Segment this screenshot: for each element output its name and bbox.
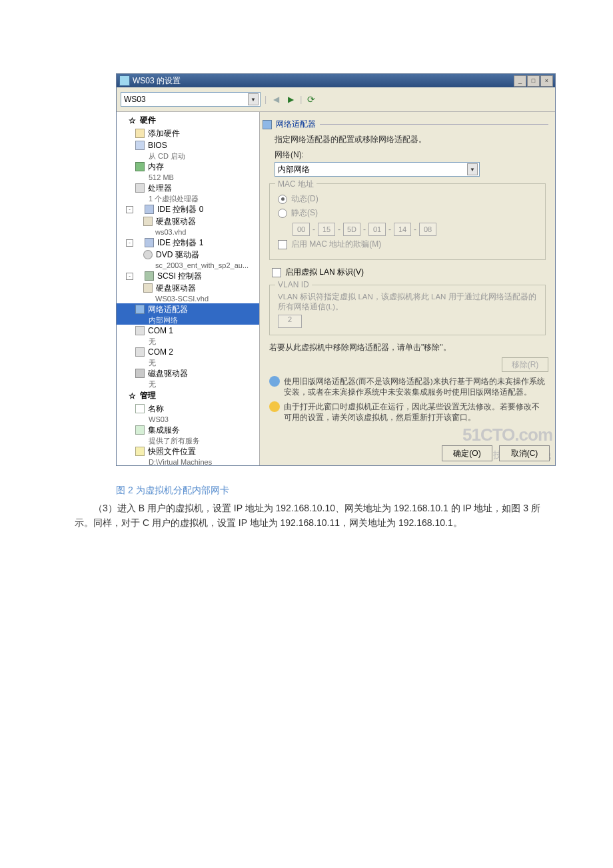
section-description: 指定网络适配器的配置或移除网络适配器。 xyxy=(275,134,548,145)
mac-seg-0: 00 xyxy=(293,223,310,236)
vlan-description: VLAN 标识符指定虚拟 LAN，该虚拟机将此 LAN 用于通过此网络适配器的所… xyxy=(278,292,538,312)
info-legacy-adapter: 使用旧版网络适配器(而不是该网络适配器)来执行基于网络的未宾操作系统安装，或者在… xyxy=(269,376,546,397)
ide0-item[interactable]: -IDE 控制器 0 xyxy=(117,203,259,215)
snapshot-icon xyxy=(135,447,145,456)
info-text: 使用旧版网络适配器(而不是该网络适配器)来执行基于网络的未宾操作系统安装，或者在… xyxy=(284,376,546,397)
nav-forward-button[interactable]: ▶ xyxy=(285,94,296,105)
cancel-button[interactable]: 取消(C) xyxy=(499,445,550,461)
vlan-legend: VLAN ID xyxy=(275,280,312,289)
settings-tree[interactable]: ☆ 硬件 添加硬件 BIOS 从 CD 启动 内存 512 MB 处理器 1 个… xyxy=(117,112,260,465)
name-sub: WS03 xyxy=(117,415,259,424)
minimize-button[interactable]: _ xyxy=(514,75,526,87)
scsi-item[interactable]: -SCSI 控制器 xyxy=(117,270,259,282)
hdd1-item[interactable]: 硬盘驱动器 xyxy=(117,282,259,294)
ide1-item[interactable]: -IDE 控制器 1 xyxy=(117,237,259,249)
com2-item[interactable]: COM 2 xyxy=(117,346,259,358)
collapse-icon[interactable]: - xyxy=(126,239,133,247)
mac-spoof-checkbox xyxy=(278,240,287,249)
chevron-down-icon[interactable]: ▼ xyxy=(467,163,478,175)
name-item[interactable]: 名称 xyxy=(117,403,259,415)
floppy-item[interactable]: 磁盘驱动器 xyxy=(117,367,259,379)
mac-legend: MAC 地址 xyxy=(275,179,316,190)
mac-spoof-label: 启用 MAC 地址的欺骗(M) xyxy=(291,239,381,250)
floppy-icon xyxy=(135,369,145,378)
processor-item[interactable]: 处理器 xyxy=(117,182,259,194)
mac-address-group: MAC 地址 动态(D) 静态(S) 00- 15- 5D- xyxy=(269,183,546,260)
ide-icon xyxy=(145,205,154,214)
dvd-item[interactable]: DVD 驱动器 xyxy=(117,249,259,261)
network-select[interactable]: 内部网络 ▼ xyxy=(275,162,480,177)
toolbar: WS03 ▼ | ◀ ▶ | ⟳ xyxy=(117,87,555,112)
memory-item[interactable]: 内存 xyxy=(117,161,259,173)
ide-icon xyxy=(145,238,154,247)
mac-seg-1: 15 xyxy=(318,223,335,236)
network-icon xyxy=(135,305,145,314)
dvd-sub: sc_2003_ent_with_sp2_au... xyxy=(117,261,259,270)
warn-vm-running: 由于打开此窗口时虚拟机正在运行，因此某些设置无法修改。若要修改不可用的设置，请关… xyxy=(269,401,546,423)
warning-icon xyxy=(269,401,280,412)
add-hardware-icon xyxy=(135,129,145,138)
maximize-button[interactable]: □ xyxy=(527,75,540,87)
bios-sub: 从 CD 启动 xyxy=(117,151,259,161)
watermark-logo: 51CTO.com xyxy=(462,425,552,445)
bios-item[interactable]: BIOS xyxy=(117,139,259,151)
processor-sub: 1 个虚拟处理器 xyxy=(117,194,259,203)
info-icon xyxy=(269,376,280,387)
close-button[interactable]: × xyxy=(540,75,553,87)
integration-services-item[interactable]: 集成服务 xyxy=(117,424,259,436)
collapse-icon[interactable]: - xyxy=(126,206,133,213)
article-paragraph: （3）进入 B 用户的虚拟机，设置 IP 地址为 192.168.10.10、网… xyxy=(75,501,541,530)
hdd0-item[interactable]: 硬盘驱动器 xyxy=(117,215,259,227)
com1-sub: 无 xyxy=(117,337,259,346)
snapshot-location-item[interactable]: 快照文件位置 xyxy=(117,445,259,457)
snapshot-location-sub: D:\Virtual Machines xyxy=(117,457,259,465)
section-title: 网络适配器 xyxy=(276,119,316,130)
floppy-sub: 无 xyxy=(117,379,259,389)
vlan-id-input: 2 xyxy=(278,315,302,328)
vm-selector-value: WS03 xyxy=(124,95,146,104)
network-label: 网络(N): xyxy=(275,149,548,161)
remove-button: 移除(R) xyxy=(502,357,548,372)
bios-icon xyxy=(135,141,145,150)
mac-seg-2: 5D xyxy=(343,223,360,236)
memory-sub: 512 MB xyxy=(117,173,259,182)
figure-caption: 图 2 为虚拟机分配内部网卡 xyxy=(116,485,556,497)
window-title: WS03 的设置 xyxy=(133,75,181,87)
processor-icon xyxy=(135,183,145,193)
hardware-section-header: ☆ 硬件 xyxy=(117,113,259,127)
integration-services-sub: 提供了所有服务 xyxy=(117,436,259,445)
mac-seg-4: 14 xyxy=(394,223,411,236)
chevron-down-icon[interactable]: ▼ xyxy=(248,93,259,105)
titlebar[interactable]: WS03 的设置 _ □ × xyxy=(117,74,555,87)
network-adapter-sub: 内部网络 xyxy=(117,315,259,325)
vlan-group: VLAN ID VLAN 标识符指定虚拟 LAN，该虚拟机将此 LAN 用于通过… xyxy=(269,285,546,335)
refresh-button[interactable]: ⟳ xyxy=(306,94,316,105)
name-icon xyxy=(135,404,145,413)
memory-icon xyxy=(135,162,145,171)
vlan-enable-label: 启用虚拟 LAN 标识(V) xyxy=(285,267,364,278)
com2-sub: 无 xyxy=(117,358,259,367)
dvd-icon xyxy=(143,250,153,259)
vm-settings-window: WS03 的设置 _ □ × WS03 ▼ | ◀ ▶ | ⟳ xyxy=(116,73,556,497)
mac-dynamic-label: 动态(D) xyxy=(291,193,318,205)
network-icon xyxy=(263,120,272,129)
management-section-header: ☆ 管理 xyxy=(117,389,259,403)
warn-text: 由于打开此窗口时虚拟机正在运行，因此某些设置无法修改。若要修改不可用的设置，请关… xyxy=(284,401,546,423)
app-icon xyxy=(119,75,130,86)
remove-description: 若要从此虚拟机中移除网络适配器，请单击"移除"。 xyxy=(269,342,546,353)
hdd1-sub: WS03-SCSI.vhd xyxy=(117,294,259,303)
mac-seg-3: 01 xyxy=(368,223,386,236)
vm-selector-combo[interactable]: WS03 ▼ xyxy=(121,92,261,107)
network-adapter-item[interactable]: 网络适配器 xyxy=(117,303,259,315)
hdd0-sub: ws03.vhd xyxy=(117,227,259,237)
mac-dynamic-radio xyxy=(278,195,287,204)
ok-button[interactable]: 确定(O) xyxy=(442,445,492,461)
nav-back-button[interactable]: ◀ xyxy=(271,94,281,105)
collapse-icon[interactable]: - xyxy=(126,273,133,280)
com1-item[interactable]: COM 1 xyxy=(117,325,259,337)
scsi-icon xyxy=(145,271,154,281)
mac-segments: 00- 15- 5D- 01- 14- 08 xyxy=(293,223,538,236)
services-icon xyxy=(135,425,145,435)
vlan-enable-checkbox[interactable] xyxy=(272,268,281,277)
add-hardware-item[interactable]: 添加硬件 xyxy=(117,127,259,139)
